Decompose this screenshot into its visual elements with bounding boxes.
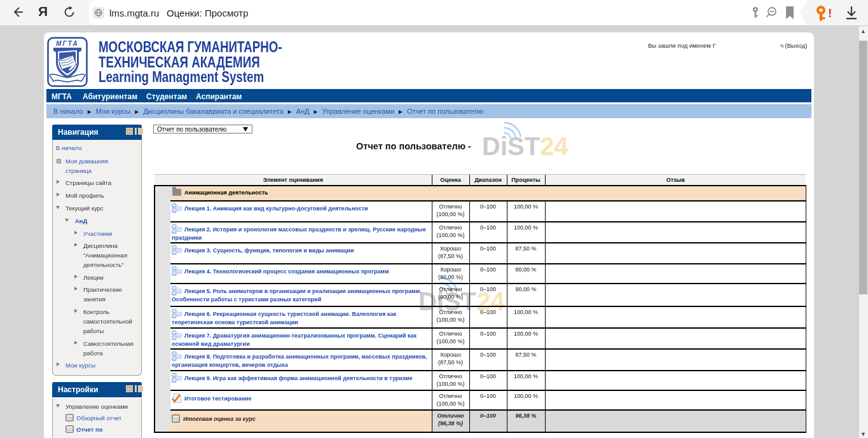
svg-text:МГТА: МГТА bbox=[56, 40, 78, 47]
svg-text:!: ! bbox=[828, 6, 832, 20]
